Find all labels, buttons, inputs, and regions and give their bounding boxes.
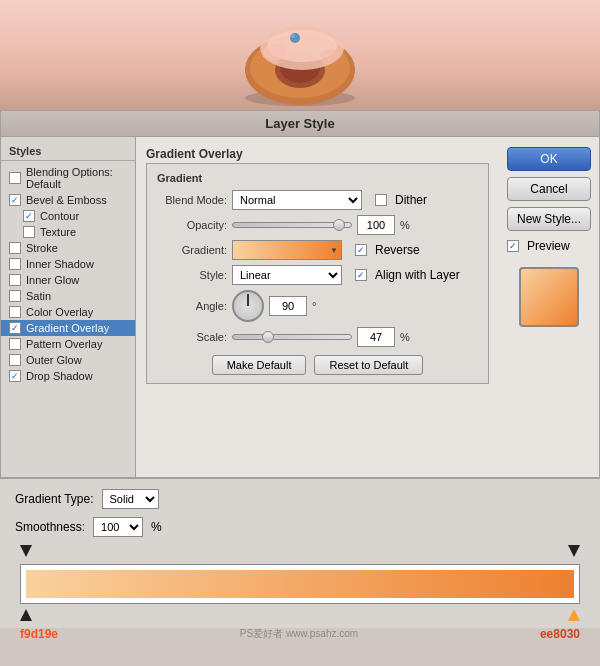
top-stop-right[interactable] xyxy=(568,545,580,557)
inner-shadow-checkbox[interactable] xyxy=(9,258,21,270)
angle-row: Angle: ° xyxy=(157,290,478,322)
make-default-button[interactable]: Make Default xyxy=(212,355,307,375)
gradient-row: Gradient: ▼ Reverse xyxy=(157,240,478,260)
reverse-label: Reverse xyxy=(375,243,420,257)
new-style-button[interactable]: New Style... xyxy=(507,207,591,231)
color-overlay-checkbox[interactable] xyxy=(9,306,21,318)
bottom-stop-right[interactable] xyxy=(568,609,580,621)
opacity-row: Opacity: % xyxy=(157,215,478,235)
bottom-stop-left[interactable] xyxy=(20,609,32,621)
default-buttons-row: Make Default Reset to Default xyxy=(157,355,478,375)
preview-image-area xyxy=(0,0,600,110)
gradient-editor: Gradient Type: Solid Noise Smoothness: 1… xyxy=(0,478,600,628)
align-layer-label: Align with Layer xyxy=(375,268,460,282)
opacity-input[interactable] xyxy=(357,215,395,235)
style-item-contour[interactable]: Contour xyxy=(1,208,135,224)
style-item-gradient-overlay[interactable]: Gradient Overlay xyxy=(1,320,135,336)
svg-point-9 xyxy=(290,33,300,43)
color-labels-row: f9d19e PS爱好者 www.psahz.com ee8030 xyxy=(15,627,585,641)
style-row: Style: Linear Radial Angle Align with La… xyxy=(157,265,478,285)
style-item-inner-shadow[interactable]: Inner Shadow xyxy=(1,256,135,272)
pattern-overlay-checkbox[interactable] xyxy=(9,338,21,350)
right-color-label: ee8030 xyxy=(540,627,580,641)
style-item-color-overlay[interactable]: Color Overlay xyxy=(1,304,135,320)
dither-checkbox[interactable] xyxy=(375,194,387,206)
bottom-stops xyxy=(20,609,580,623)
smoothness-select[interactable]: 100 xyxy=(93,517,143,537)
scale-unit: % xyxy=(400,331,410,343)
gradient-overlay-checkbox[interactable] xyxy=(9,322,21,334)
style-preview-box xyxy=(519,267,579,327)
contour-checkbox[interactable] xyxy=(23,210,35,222)
cancel-button[interactable]: Cancel xyxy=(507,177,591,201)
style-item-outer-glow[interactable]: Outer Glow xyxy=(1,352,135,368)
style-item-satin[interactable]: Satin xyxy=(1,288,135,304)
svg-point-7 xyxy=(263,44,287,60)
angle-label: Angle: xyxy=(157,300,227,312)
angle-unit: ° xyxy=(312,300,316,312)
left-color-label: f9d19e xyxy=(20,627,58,641)
top-stop-left[interactable] xyxy=(20,545,32,557)
preview-label: Preview xyxy=(527,239,570,253)
outer-glow-checkbox[interactable] xyxy=(9,354,21,366)
opacity-label: Opacity: xyxy=(157,219,227,231)
opacity-slider[interactable] xyxy=(232,222,352,228)
donut-artwork xyxy=(220,10,380,110)
scale-thumb[interactable] xyxy=(262,331,274,343)
watermark-text: PS爱好者 www.psahz.com xyxy=(240,627,358,641)
reset-to-default-button[interactable]: Reset to Default xyxy=(314,355,423,375)
layer-style-dialog: Layer Style Styles Blending Options: Def… xyxy=(0,110,600,478)
scale-label: Scale: xyxy=(157,331,227,343)
svg-point-10 xyxy=(291,34,295,38)
gradient-label: Gradient: xyxy=(157,244,227,256)
gradient-bar-wrapper xyxy=(20,545,580,623)
style-select[interactable]: Linear Radial Angle xyxy=(232,265,342,285)
reverse-checkbox[interactable] xyxy=(355,244,367,256)
smoothness-unit: % xyxy=(151,520,162,534)
gradient-picker[interactable]: ▼ xyxy=(232,240,342,260)
angle-dial[interactable] xyxy=(232,290,264,322)
styles-panel-title: Styles xyxy=(1,142,135,161)
blending-checkbox[interactable] xyxy=(9,172,21,184)
opacity-thumb[interactable] xyxy=(333,219,345,231)
preview-checkbox[interactable] xyxy=(507,240,519,252)
style-item-blending[interactable]: Blending Options: Default xyxy=(1,164,135,192)
scale-input[interactable] xyxy=(357,327,395,347)
ok-button[interactable]: OK xyxy=(507,147,591,171)
blend-mode-row: Blend Mode: Normal Multiply Screen Dithe… xyxy=(157,190,478,210)
opacity-unit: % xyxy=(400,219,410,231)
style-label: Style: xyxy=(157,269,227,281)
gradient-type-select[interactable]: Solid Noise xyxy=(102,489,159,509)
satin-checkbox[interactable] xyxy=(9,290,21,302)
style-item-inner-glow[interactable]: Inner Glow xyxy=(1,272,135,288)
blend-mode-select[interactable]: Normal Multiply Screen xyxy=(232,190,362,210)
style-item-stroke[interactable]: Stroke xyxy=(1,240,135,256)
texture-checkbox[interactable] xyxy=(23,226,35,238)
stroke-checkbox[interactable] xyxy=(9,242,21,254)
drop-shadow-checkbox[interactable] xyxy=(9,370,21,382)
smoothness-label: Smoothness: xyxy=(15,520,85,534)
angle-input[interactable] xyxy=(269,296,307,316)
blend-mode-label: Blend Mode: xyxy=(157,194,227,206)
smoothness-row: Smoothness: 100 % xyxy=(15,517,585,537)
gradient-section-box: Gradient Blend Mode: Normal Multiply Scr… xyxy=(146,163,489,384)
align-layer-checkbox[interactable] xyxy=(355,269,367,281)
style-item-pattern-overlay[interactable]: Pattern Overlay xyxy=(1,336,135,352)
gradient-type-row: Gradient Type: Solid Noise xyxy=(15,489,585,509)
angle-hand xyxy=(247,294,249,306)
action-panel: OK Cancel New Style... Preview xyxy=(499,137,599,477)
gradient-bar[interactable] xyxy=(26,570,574,598)
top-stops xyxy=(20,545,580,559)
style-item-texture[interactable]: Texture xyxy=(1,224,135,240)
bevel-checkbox[interactable] xyxy=(9,194,21,206)
dialog-title: Layer Style xyxy=(1,111,599,137)
style-item-drop-shadow[interactable]: Drop Shadow xyxy=(1,368,135,384)
scale-row: Scale: % xyxy=(157,327,478,347)
inner-glow-checkbox[interactable] xyxy=(9,274,21,286)
gradient-bar-container xyxy=(20,564,580,604)
main-content-area: Gradient Overlay Gradient Blend Mode: No… xyxy=(136,137,499,477)
gradient-type-label: Gradient Type: xyxy=(15,492,94,506)
scale-slider[interactable] xyxy=(232,334,352,340)
style-item-bevel[interactable]: Bevel & Emboss xyxy=(1,192,135,208)
gradient-overlay-section-title: Gradient Overlay xyxy=(146,147,489,161)
